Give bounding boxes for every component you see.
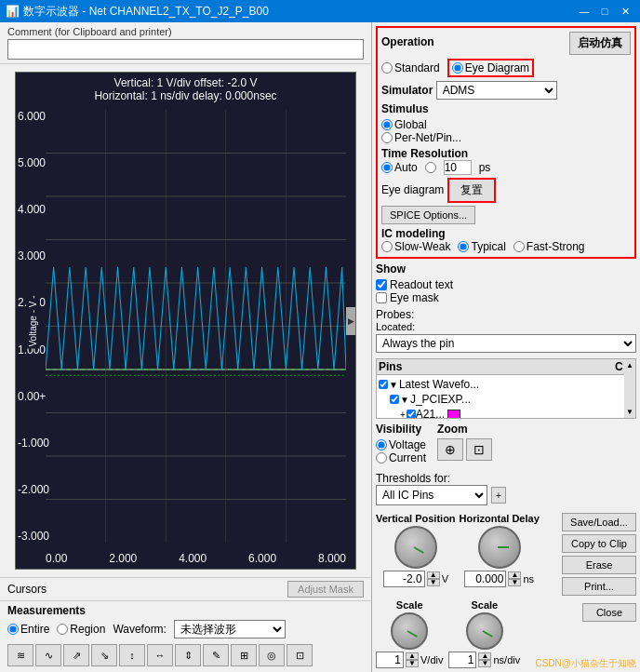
region-radio-item[interactable]: Region	[57, 623, 105, 636]
icon-btn-4[interactable]: ↕	[119, 644, 145, 666]
horizontal-scale-knob[interactable]	[466, 612, 503, 650]
icon-btn-9[interactable]: ◎	[259, 644, 285, 666]
entire-radio-item[interactable]: Entire	[7, 623, 49, 636]
icon-btn-7[interactable]: ✎	[203, 644, 229, 666]
voltage-radio[interactable]	[376, 439, 387, 450]
time-resolution-input[interactable]	[444, 160, 472, 175]
eye-diagram-radio[interactable]	[452, 62, 463, 74]
pin-tree: ▼ Latest Wavefo... ▼ J_PCIEXP... + A21..…	[377, 375, 635, 419]
slow-weak-radio-item[interactable]: Slow-Weak	[381, 240, 450, 253]
readout-text-checkbox[interactable]	[376, 279, 387, 290]
vertical-scale-input[interactable]	[376, 652, 404, 668]
current-radio-item[interactable]: Current	[376, 451, 426, 464]
standard-radio-item[interactable]: Standard	[381, 61, 440, 74]
title-bar-controls: — □ ✕	[575, 3, 634, 20]
typical-radio-item[interactable]: Typical	[458, 240, 505, 253]
table-scrollbar[interactable]: ▲ ▼	[624, 359, 635, 418]
vertical-position-down[interactable]: ▼	[427, 579, 440, 586]
typical-radio[interactable]	[458, 241, 469, 252]
close-window-button[interactable]: ✕	[616, 3, 634, 20]
voltage-radio-item[interactable]: Voltage	[376, 438, 426, 451]
per-net-pin-radio-item[interactable]: Per-Net/Pin...	[381, 131, 631, 144]
icon-btn-2[interactable]: ⇗	[63, 644, 89, 666]
pin-label: A21...	[416, 408, 445, 419]
erase-button[interactable]: Erase	[562, 556, 636, 574]
vertical-position-knob[interactable]	[394, 526, 437, 569]
standard-radio[interactable]	[381, 62, 393, 74]
main-content: Comment (for Clipboard and printer) Volt…	[0, 22, 640, 672]
horizontal-scale-label: Scale	[471, 599, 498, 611]
close-button[interactable]: Close	[582, 603, 636, 622]
horizontal-scale-down[interactable]: ▼	[478, 660, 491, 667]
horizontal-delay-down[interactable]: ▼	[508, 579, 521, 586]
zoom-fit-button[interactable]: ⊡	[466, 438, 492, 461]
list-item[interactable]: ▼ Latest Wavefo...	[379, 377, 633, 392]
zoom-magnify-button[interactable]: ⊕	[437, 438, 463, 461]
operation-radio-row: Standard Eye Diagram	[381, 59, 631, 77]
reset-button[interactable]: 复置	[447, 178, 496, 203]
thresholds-select[interactable]: All IC Pins Custom	[376, 485, 487, 505]
icon-btn-10[interactable]: ⊡	[287, 644, 313, 666]
copy-to-clip-button[interactable]: Copy to Clip	[562, 534, 636, 553]
scroll-up-icon[interactable]: ▲	[626, 361, 633, 370]
waveform-select[interactable]: 未选择波形	[174, 620, 286, 638]
entire-radio[interactable]	[7, 624, 19, 635]
save-load-button[interactable]: Save/Load...	[562, 513, 636, 531]
auto-radio-item[interactable]: Auto	[381, 161, 418, 174]
global-radio-item[interactable]: Global	[381, 118, 427, 131]
manual-radio[interactable]	[425, 162, 436, 173]
list-item[interactable]: ▼ J_PCIEXP...	[379, 392, 633, 407]
auto-radio[interactable]	[381, 162, 393, 173]
comment-input[interactable]	[7, 39, 364, 60]
pin-checkbox[interactable]	[390, 395, 399, 404]
simulator-select[interactable]: ADMS SI/PI Co-Sim	[436, 81, 557, 100]
thresholds-expand-button[interactable]: +	[491, 487, 506, 504]
horizontal-scale-input[interactable]	[448, 652, 476, 668]
region-radio[interactable]	[57, 624, 68, 635]
icon-btn-8[interactable]: ⊞	[231, 644, 257, 666]
left-panel: Comment (for Clipboard and printer) Volt…	[0, 22, 372, 672]
located-label: Located:	[376, 321, 636, 332]
icon-btn-0[interactable]: ≋	[7, 644, 33, 666]
list-item[interactable]: + A21...	[379, 407, 633, 419]
manual-radio-item[interactable]	[425, 162, 436, 173]
fast-strong-radio[interactable]	[513, 241, 525, 252]
vertical-scale-down[interactable]: ▼	[406, 660, 419, 667]
eye-mask-checkbox[interactable]	[376, 292, 387, 303]
minimize-button[interactable]: —	[575, 3, 593, 20]
chart-scroll-right[interactable]: ▶	[346, 307, 355, 335]
slow-weak-radio[interactable]	[381, 241, 393, 252]
vertical-scale-unit: V/div	[420, 654, 443, 665]
vertical-scale-knob-arrow	[407, 630, 418, 638]
scroll-down-icon[interactable]: ▼	[626, 408, 633, 416]
icon-btn-5[interactable]: ↔	[147, 644, 173, 666]
horizontal-scale-knob-arrow	[482, 630, 492, 638]
voltage-label: Voltage	[389, 438, 426, 451]
pins-header: Pins C	[377, 359, 635, 375]
eye-mask-checkbox-item[interactable]: Eye mask	[376, 291, 636, 304]
icon-btn-6[interactable]: ⇕	[175, 644, 201, 666]
per-net-pin-radio[interactable]	[381, 132, 393, 143]
thresholds-row: All IC Pins Custom +	[376, 485, 636, 505]
readout-text-checkbox-item[interactable]: Readout text	[376, 278, 636, 291]
icon-btn-3[interactable]: ⇘	[91, 644, 117, 666]
pin-checkbox[interactable]	[407, 410, 416, 419]
start-sim-button[interactable]: 启动仿真	[569, 32, 631, 55]
maximize-button[interactable]: □	[595, 3, 614, 20]
adjust-mask-button[interactable]: Adjust Mask	[287, 581, 364, 598]
horizontal-delay-knob[interactable]	[478, 526, 521, 569]
print-button[interactable]: Print...	[562, 577, 636, 596]
eye-diagram-radio-item[interactable]: Eye Diagram	[447, 59, 534, 77]
vertical-position-input[interactable]	[383, 571, 425, 587]
pin-checkbox[interactable]	[379, 380, 388, 389]
spice-options-button[interactable]: SPICE Options...	[381, 206, 475, 224]
icon-btn-1[interactable]: ∿	[35, 644, 61, 666]
horizontal-delay-input[interactable]	[464, 571, 506, 587]
probes-select[interactable]: Always the pin	[376, 334, 636, 353]
comment-area: Comment (for Clipboard and printer)	[0, 22, 371, 64]
fast-strong-radio-item[interactable]: Fast-Strong	[513, 240, 585, 253]
vertical-scale-knob[interactable]	[391, 612, 428, 650]
global-radio[interactable]	[381, 119, 393, 130]
eye-diagram-section: Eye diagram 复置	[381, 178, 631, 203]
current-radio[interactable]	[376, 452, 387, 464]
